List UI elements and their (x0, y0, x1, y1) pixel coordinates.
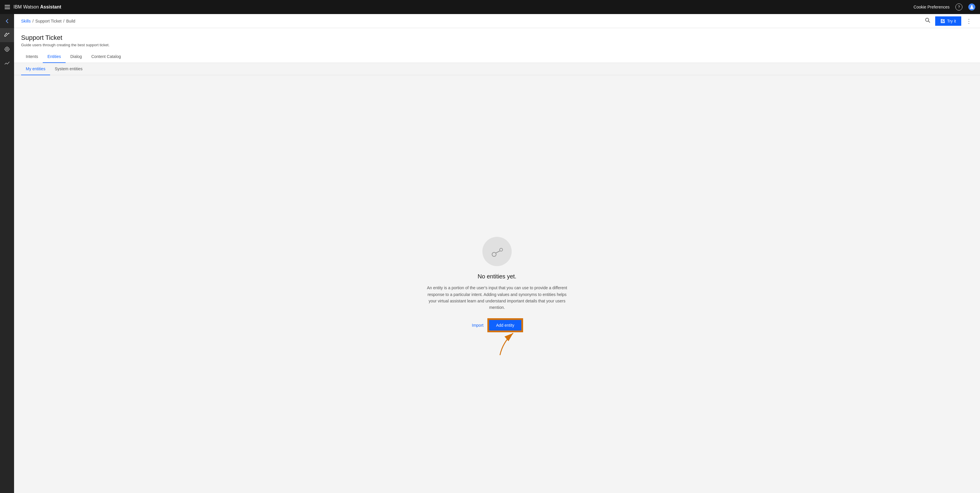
empty-state-description: An entity is a portion of the user's inp… (427, 285, 567, 311)
page-title-section: Support Ticket Guide users through creat… (14, 28, 980, 47)
arrow-annotation (494, 330, 523, 358)
add-entity-button[interactable]: Add entity (488, 319, 522, 331)
app-title-prefix: IBM Watson (13, 5, 40, 10)
tab-dialog-label: Dialog (70, 54, 82, 59)
top-navigation: IBM Watson Assistant Cookie Preferences … (0, 0, 980, 14)
sub-tab-system-entities-label: System entities (55, 67, 83, 71)
tab-entities[interactable]: Entities (43, 51, 65, 63)
header-actions: Try it ⋮ (923, 16, 973, 26)
main-tabs: Intents Entities Dialog Content Catalog (14, 51, 980, 63)
svg-point-9 (492, 252, 496, 256)
svg-point-7 (926, 18, 929, 21)
tab-intents[interactable]: Intents (21, 51, 43, 63)
import-button[interactable]: Import (472, 323, 484, 328)
header-bar: Skills / Support Ticket / Build (14, 14, 980, 28)
hamburger-menu-icon[interactable] (5, 5, 10, 9)
sub-tab-system-entities[interactable]: System entities (50, 63, 87, 75)
try-it-button[interactable]: Try it (935, 16, 961, 26)
empty-state-area: No entities yet. An entity is a portion … (14, 75, 980, 493)
tab-content-catalog-label: Content Catalog (91, 54, 121, 59)
empty-state-icon (482, 237, 512, 266)
sub-tab-my-entities-label: My entities (26, 67, 45, 71)
main-layout: Skills / Support Ticket / Build (0, 14, 980, 493)
empty-state-actions: Import Add entity (472, 319, 522, 331)
app-title: IBM Watson Assistant (13, 5, 61, 10)
breadcrumb-sep-2: / (63, 19, 64, 24)
sub-tabs: My entities System entities (14, 63, 980, 75)
tab-content-catalog[interactable]: Content Catalog (87, 51, 126, 63)
user-profile-icon[interactable] (968, 3, 975, 11)
breadcrumb-support-ticket: Support Ticket (35, 19, 62, 24)
empty-state-title: No entities yet. (478, 273, 516, 280)
sidebar-item-target[interactable] (0, 42, 14, 56)
breadcrumb-skills-link[interactable]: Skills (21, 19, 31, 24)
try-it-label: Try it (947, 19, 956, 24)
svg-point-1 (5, 47, 9, 51)
breadcrumb-sep-1: / (32, 19, 34, 24)
content-area: Skills / Support Ticket / Build (14, 14, 980, 493)
svg-line-11 (496, 251, 500, 253)
cookie-preferences-link[interactable]: Cookie Preferences (913, 5, 950, 10)
sidebar-item-analytics[interactable] (0, 56, 14, 70)
nav-right: Cookie Preferences ? (913, 3, 975, 11)
sidebar-item-build[interactable] (0, 28, 14, 42)
breadcrumb-build: Build (66, 19, 75, 24)
search-button[interactable] (923, 16, 932, 26)
svg-line-8 (929, 21, 930, 23)
tab-entities-label: Entities (48, 54, 61, 59)
svg-point-10 (500, 248, 503, 251)
sidebar (0, 14, 14, 493)
nav-left: IBM Watson Assistant (5, 5, 61, 10)
more-options-button[interactable]: ⋮ (965, 16, 973, 26)
tab-dialog[interactable]: Dialog (65, 51, 87, 63)
breadcrumb: Skills / Support Ticket / Build (21, 19, 75, 24)
tab-intents-label: Intents (26, 54, 38, 59)
app-title-bold: Assistant (40, 5, 61, 10)
svg-point-2 (6, 48, 8, 50)
page-title: Support Ticket (21, 34, 973, 41)
svg-point-0 (971, 5, 973, 7)
sub-tab-my-entities[interactable]: My entities (21, 63, 50, 75)
sidebar-back-button[interactable] (0, 14, 14, 28)
page-subtitle: Guide users through creating the best su… (21, 43, 973, 47)
help-icon[interactable]: ? (955, 3, 963, 11)
